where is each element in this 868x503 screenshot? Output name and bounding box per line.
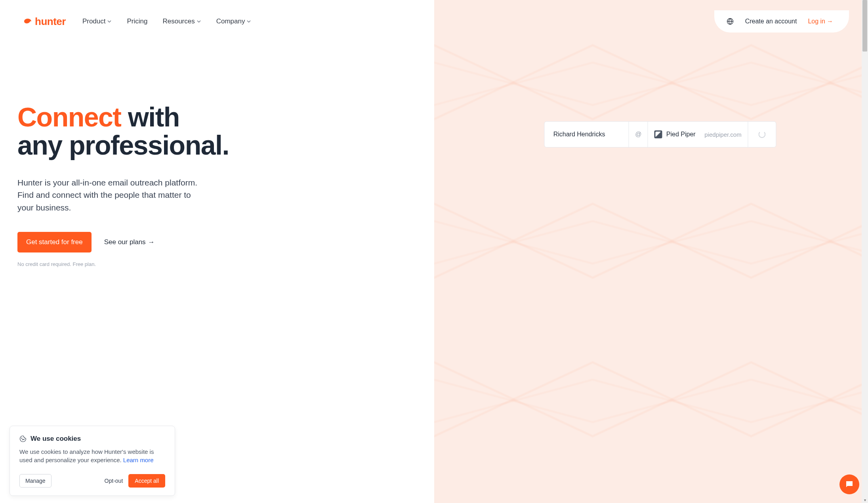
hero: Connect with any professional. Hunter is… <box>0 0 230 267</box>
cookie-title-text: We use cookies <box>31 435 81 443</box>
nav-product[interactable]: Product <box>82 17 112 25</box>
cookie-learn-more-link[interactable]: Learn more <box>123 457 154 463</box>
login-label: Log in <box>808 18 825 25</box>
logo[interactable]: hunter <box>23 15 66 28</box>
chat-launcher[interactable] <box>839 474 859 494</box>
header: hunter Product Pricing Resources Company <box>0 7 868 36</box>
company-logo-icon <box>654 130 662 138</box>
cookie-title: We use cookies <box>19 435 165 443</box>
logo-text: hunter <box>35 15 66 28</box>
nav-company-label: Company <box>216 17 245 25</box>
email-finder-card: Richard Hendricks @ Pied Piper piedpiper… <box>544 121 776 147</box>
globe-icon[interactable] <box>726 17 734 25</box>
hero-headline-rest1: with <box>121 102 179 132</box>
chevron-down-icon <box>107 19 112 24</box>
scrollbar[interactable]: ▴ ▾ <box>862 0 868 503</box>
hero-headline: Connect with any professional. <box>17 103 230 160</box>
cookie-banner: We use cookies We use cookies to analyze… <box>10 426 175 496</box>
arrow-right-icon: → <box>148 238 155 246</box>
cookie-text: We use cookies to analyze how Hunter's w… <box>19 448 165 465</box>
hero-illustration-panel: Richard Hendricks @ Pied Piper piedpiper… <box>434 0 868 503</box>
finder-name-field[interactable]: Richard Hendricks <box>545 122 629 147</box>
svg-point-2 <box>23 439 23 440</box>
at-symbol: @ <box>629 122 648 147</box>
svg-point-1 <box>21 438 22 438</box>
nav-product-label: Product <box>82 17 106 25</box>
finder-loading <box>748 122 776 147</box>
hunter-logo-icon <box>23 17 32 26</box>
chat-icon <box>845 480 854 489</box>
company-name: Pied Piper <box>666 131 696 138</box>
nav-resources[interactable]: Resources <box>162 17 201 25</box>
chevron-down-icon <box>246 19 251 24</box>
login-link[interactable]: Log in → <box>808 18 833 25</box>
see-plans-link[interactable]: See our plans → <box>104 238 155 246</box>
hero-headline-rest2: any professional. <box>17 130 229 160</box>
spinner-icon <box>759 131 766 138</box>
hero-subtitle: Hunter is your all-in-one email outreach… <box>17 176 208 214</box>
nav-company[interactable]: Company <box>216 17 252 25</box>
create-account-link[interactable]: Create an account <box>745 18 797 25</box>
svg-point-3 <box>24 439 25 440</box>
cookie-icon <box>19 435 27 442</box>
header-right: Create an account Log in → <box>714 10 849 33</box>
scroll-down-icon[interactable]: ▾ <box>863 498 867 502</box>
main-nav: Product Pricing Resources Company <box>82 17 252 25</box>
cookie-actions: Manage Opt-out Accept all <box>19 474 165 488</box>
arrow-right-icon: → <box>827 18 833 25</box>
finder-company-field[interactable]: Pied Piper piedpiper.com <box>648 122 748 147</box>
get-started-button[interactable]: Get started for free <box>17 232 92 252</box>
hero-note: No credit card required. Free plan. <box>17 261 230 267</box>
hero-headline-accent: Connect <box>17 102 121 132</box>
cookie-optout-button[interactable]: Opt-out <box>105 478 123 484</box>
nav-pricing[interactable]: Pricing <box>127 17 147 25</box>
nav-resources-label: Resources <box>162 17 195 25</box>
cookie-manage-button[interactable]: Manage <box>19 474 52 488</box>
cookie-accept-button[interactable]: Accept all <box>128 474 165 488</box>
company-domain: piedpiper.com <box>704 131 741 138</box>
chevron-down-icon <box>196 19 201 24</box>
see-plans-label: See our plans <box>104 238 146 246</box>
hero-actions: Get started for free See our plans → <box>17 232 230 252</box>
nav-pricing-label: Pricing <box>127 17 147 25</box>
